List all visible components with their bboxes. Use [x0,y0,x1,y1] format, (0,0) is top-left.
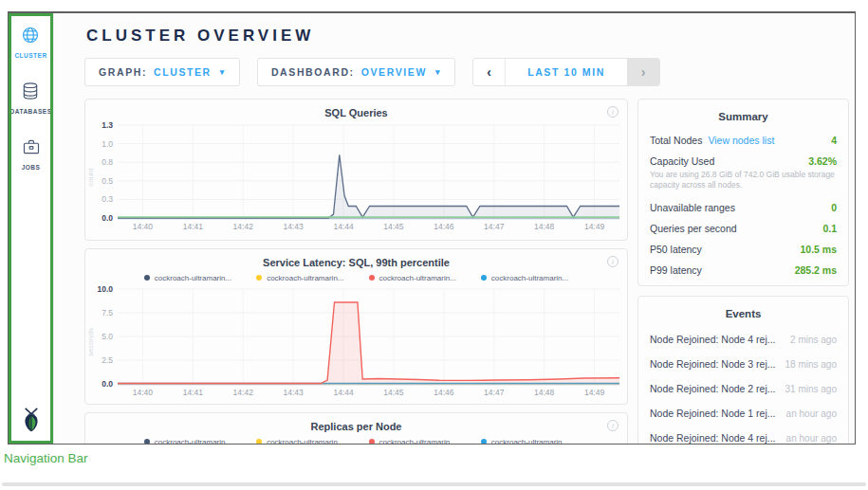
time-range-label[interactable]: LAST 10 MIN [506,59,627,85]
chart-title: SQL Queries [85,107,627,119]
dashboard-dropdown[interactable]: DASHBOARD: OVERVIEW [257,58,455,86]
dashboard-dropdown-value: OVERVIEW [361,66,427,78]
chart-legend: cockroach-ultramarin...cockroach-ultrama… [85,436,627,444]
sql-queries-chart-card: SQL Queries 14:4014:4114:4214:4314:4414:… [84,99,628,241]
graph-dropdown-value: CLUSTER [154,66,212,78]
page-bottom-divider [2,482,866,486]
summary-row-capacity-used: Capacity Used 3.62% [638,151,848,172]
legend-item[interactable]: cockroach-ultramarin... [256,272,343,283]
sidebar-item-cluster[interactable]: CLUSTER [14,26,46,59]
summary-title: Summary [638,100,848,130]
summary-row-p99-latency: P99 latency 285.2 ms [638,260,848,281]
navigation-bar-annotation-label: Navigation Bar [4,451,88,465]
service-latency-chart-canvas: 14:4014:4114:4214:4314:4414:4514:4614:47… [85,283,627,401]
event-row: Node Rejoined: Node 4 rej... an hour ago [638,426,848,444]
graph-dropdown[interactable]: GRAPH: CLUSTER [84,58,240,86]
main-content: CLUSTER OVERVIEW GRAPH: CLUSTER DASHBOAR… [54,13,855,444]
navigation-bar-annotation-box [9,13,53,444]
svg-text:14:49: 14:49 [584,388,605,397]
events-panel: Events Node Rejoined: Node 4 rej... 2 mi… [637,296,849,444]
svg-text:14:48: 14:48 [534,388,555,397]
svg-text:14:47: 14:47 [484,222,505,231]
event-text[interactable]: Node Rejoined: Node 4 rej... [650,432,776,444]
event-text[interactable]: Node Rejoined: Node 2 rej... [650,383,776,394]
view-nodes-list-link[interactable]: View nodes list [708,135,774,146]
summary-row-total-nodes: Total Nodes View nodes list 4 [638,130,848,151]
svg-text:14:40: 14:40 [133,388,154,397]
charts-column: SQL Queries 14:4014:4114:4214:4314:4414:… [84,99,628,444]
info-icon[interactable] [607,420,619,431]
time-range-selector: LAST 10 MIN [472,58,660,86]
event-time: 31 mins ago [785,384,837,394]
chevron-left-icon[interactable] [473,59,506,85]
event-row: Node Rejoined: Node 1 rej... an hour ago [638,401,848,426]
legend-item[interactable]: cockroach-ultramarin... [369,272,456,283]
cockroachdb-logo-icon [20,407,43,436]
right-column: Summary Total Nodes View nodes list 4 Ca… [637,99,849,444]
summary-label: Queries per second [650,223,737,234]
svg-text:14:43: 14:43 [284,388,305,397]
svg-text:14:44: 14:44 [333,222,354,231]
chevron-down-icon [220,68,226,77]
svg-text:14:45: 14:45 [383,388,404,397]
info-icon[interactable] [607,256,619,267]
svg-text:14:44: 14:44 [333,388,354,397]
app-window: CLUSTER DATABASES JOBS [8,11,856,445]
svg-text:1.0: 1.0 [102,139,113,149]
event-text[interactable]: Node Rejoined: Node 1 rej... [650,408,776,419]
event-row: Node Rejoined: Node 4 rej... 2 mins ago [638,327,848,352]
cluster-globe-icon [21,26,40,48]
svg-text:14:41: 14:41 [183,222,204,231]
summary-label: P99 latency [650,264,702,276]
legend-item[interactable]: cockroach-ultramarin... [481,272,568,283]
svg-text:0.5: 0.5 [102,176,113,186]
chevron-right-icon[interactable] [627,59,659,85]
summary-value: 3.62% [808,155,837,167]
summary-label: Unavailable ranges [650,202,735,213]
svg-text:14:42: 14:42 [233,222,254,231]
info-icon[interactable] [607,106,619,118]
event-time: 18 mins ago [785,359,837,370]
svg-text:14:41: 14:41 [183,388,204,397]
svg-text:10.0: 10.0 [97,284,113,294]
legend-dot-icon [256,439,262,444]
svg-text:14:49: 14:49 [584,222,605,231]
svg-text:seconds: seconds [86,328,95,356]
svg-text:0.8: 0.8 [102,157,113,167]
event-time: an hour ago [786,433,837,444]
legend-item[interactable]: cockroach-ultramarin... [481,436,568,444]
events-title: Events [638,297,848,327]
legend-dot-icon [369,275,375,281]
legend-item[interactable]: cockroach-ultramarin... [144,272,231,283]
svg-text:14:46: 14:46 [434,388,454,397]
sidebar-item-jobs[interactable]: JOBS [22,137,41,171]
event-text[interactable]: Node Rejoined: Node 4 rej... [650,334,776,345]
legend-item[interactable]: cockroach-ultramarin... [144,436,231,444]
dashboard-dropdown-label: DASHBOARD: [271,66,355,78]
sidebar-item-label: CLUSTER [14,52,46,59]
chart-legend: cockroach-ultramarin...cockroach-ultrama… [85,272,627,283]
controls-row: GRAPH: CLUSTER DASHBOARD: OVERVIEW LAST … [84,58,849,86]
svg-text:14:40: 14:40 [133,222,154,231]
chart-title: Service Latency: SQL, 99th percentile [85,257,627,269]
summary-value: 4 [831,135,837,146]
event-time: 2 mins ago [790,335,837,345]
summary-value: 0.1 [822,223,837,234]
summary-label: Total Nodes [650,135,702,146]
legend-item[interactable]: cockroach-ultramarin... [369,436,456,444]
sidebar-item-databases[interactable]: DATABASES [10,82,52,115]
summary-value: 10.5 ms [800,244,837,255]
page-title: CLUSTER OVERVIEW [86,27,849,45]
summary-row-unavailable-ranges: Unavailable ranges 0 [638,197,848,218]
event-time: an hour ago [786,408,837,419]
summary-row-p50-latency: P50 latency 10.5 ms [638,239,848,260]
navigation-sidebar: CLUSTER DATABASES JOBS [9,13,54,444]
legend-dot-icon [256,275,262,281]
summary-row-queries-per-second: Queries per second 0.1 [638,218,848,239]
event-row: Node Rejoined: Node 2 rej... 31 mins ago [638,376,848,401]
graph-dropdown-label: GRAPH: [99,66,147,78]
legend-item[interactable]: cockroach-ultramarin... [256,436,343,444]
database-icon [21,82,40,104]
event-text[interactable]: Node Rejoined: Node 3 rej... [650,358,776,370]
svg-text:14:48: 14:48 [534,222,555,231]
